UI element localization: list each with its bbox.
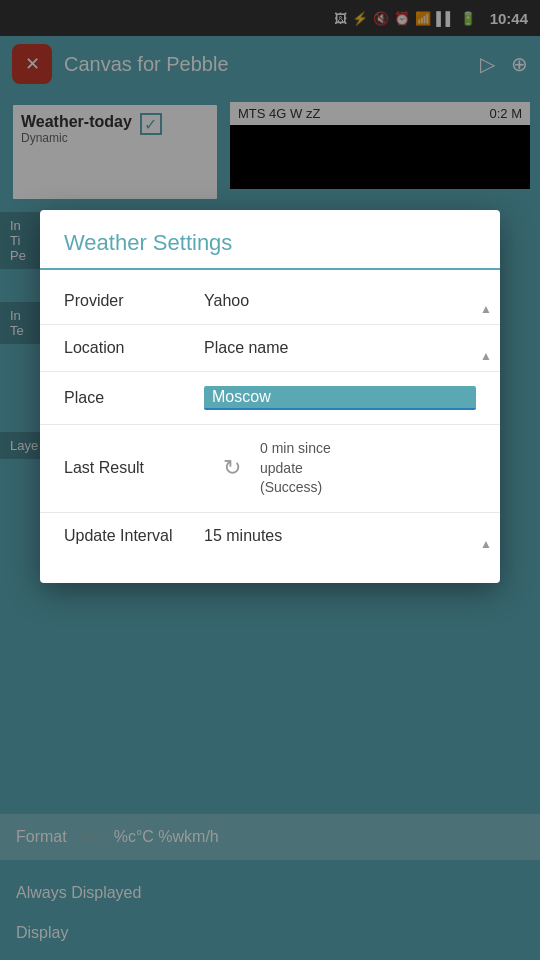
update-interval-label: Update Interval (64, 527, 204, 545)
place-row[interactable]: Place Moscow (40, 372, 500, 425)
provider-label: Provider (64, 292, 204, 310)
provider-arrow: ▲ (480, 302, 492, 316)
last-result-row: Last Result ↻ 0 min sinceupdate(Success) (40, 425, 500, 513)
refresh-icon[interactable]: ↻ (216, 452, 248, 484)
location-label: Location (64, 339, 204, 357)
last-result-label: Last Result (64, 459, 204, 477)
place-value[interactable]: Moscow (204, 386, 476, 410)
update-interval-value: 15 minutes (204, 527, 476, 545)
update-interval-arrow: ▲ (480, 537, 492, 551)
dialog-title: Weather Settings (40, 210, 500, 270)
location-row[interactable]: Location Place name ▲ (40, 325, 500, 372)
last-result-value: 0 min sinceupdate(Success) (260, 439, 331, 498)
location-arrow: ▲ (480, 349, 492, 363)
provider-value: Yahoo (204, 292, 476, 310)
location-value: Place name (204, 339, 476, 357)
weather-settings-dialog: Weather Settings Provider Yahoo ▲ Locati… (40, 210, 500, 583)
place-label: Place (64, 389, 204, 407)
provider-row[interactable]: Provider Yahoo ▲ (40, 278, 500, 325)
dialog-body: Provider Yahoo ▲ Location Place name ▲ P… (40, 270, 500, 567)
update-interval-row[interactable]: Update Interval 15 minutes ▲ (40, 513, 500, 559)
